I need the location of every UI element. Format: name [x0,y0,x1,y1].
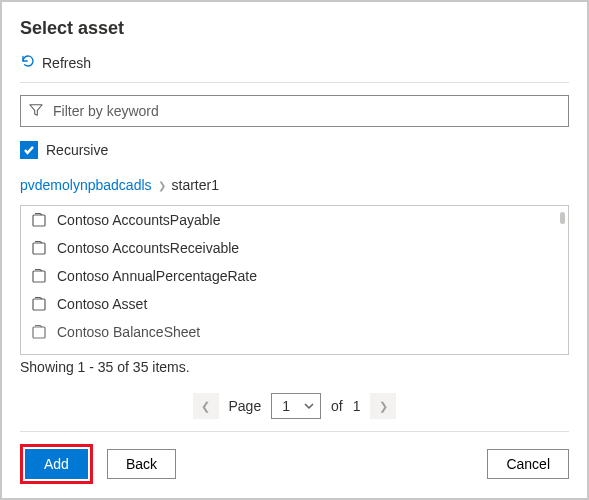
scrollbar-thumb[interactable] [560,212,565,224]
cancel-button[interactable]: Cancel [487,449,569,479]
dialog-footer: Add Back Cancel [20,431,569,484]
filter-input-wrapper[interactable] [20,95,569,127]
pager-page-select[interactable]: 1 [271,393,321,419]
svg-rect-4 [33,327,45,338]
chevron-left-icon: ❮ [201,400,210,413]
chevron-right-icon: ❯ [158,180,166,191]
list-item[interactable]: Contoso AccountsPayable [21,206,568,234]
recursive-checkbox[interactable] [20,141,38,159]
list-item[interactable]: Contoso Asset [21,290,568,318]
back-button[interactable]: Back [107,449,176,479]
chevron-down-icon [304,398,314,414]
svg-rect-0 [33,215,45,226]
svg-rect-1 [33,243,45,254]
add-button[interactable]: Add [25,449,88,479]
asset-name: Contoso AnnualPercentageRate [57,268,257,284]
asset-name: Contoso Asset [57,296,147,312]
pager-total-pages: 1 [353,398,361,414]
asset-icon [31,324,47,340]
recursive-checkbox-row[interactable]: Recursive [20,141,569,159]
breadcrumb-current: starter1 [172,177,219,193]
pager-current-page: 1 [282,398,290,414]
asset-icon [31,240,47,256]
breadcrumb-root[interactable]: pvdemolynpbadcadls [20,177,152,193]
chevron-right-icon: ❯ [379,400,388,413]
showing-count: Showing 1 - 35 of 35 items. [20,359,569,375]
filter-input[interactable] [51,102,560,120]
asset-icon [31,212,47,228]
pager-prev-button[interactable]: ❮ [193,393,219,419]
asset-name: Contoso AccountsReceivable [57,240,239,256]
refresh-icon [20,53,36,72]
pager: ❮ Page 1 of 1 ❯ [20,393,569,419]
breadcrumb: pvdemolynpbadcadls ❯ starter1 [20,177,569,193]
asset-name: Contoso BalanceSheet [57,324,200,340]
svg-rect-2 [33,271,45,282]
asset-list[interactable]: Contoso AccountsPayable Contoso Accounts… [20,205,569,355]
divider [20,82,569,83]
refresh-label: Refresh [42,55,91,71]
asset-icon [31,296,47,312]
pager-next-button[interactable]: ❯ [370,393,396,419]
list-item[interactable]: Contoso AccountsReceivable [21,234,568,262]
recursive-label: Recursive [46,142,108,158]
highlight-annotation: Add [20,444,93,484]
dialog-title: Select asset [20,18,569,39]
refresh-button[interactable]: Refresh [20,49,569,82]
pager-page-label: Page [229,398,262,414]
asset-name: Contoso AccountsPayable [57,212,220,228]
list-item[interactable]: Contoso AnnualPercentageRate [21,262,568,290]
asset-icon [31,268,47,284]
pager-of-label: of [331,398,343,414]
svg-rect-3 [33,299,45,310]
filter-icon [29,103,43,120]
list-item[interactable]: Contoso BalanceSheet [21,318,568,346]
